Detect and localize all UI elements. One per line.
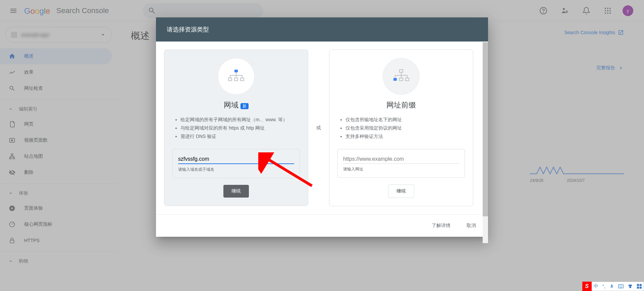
svg-rect-43: [619, 285, 620, 286]
url-prefix-card-title: 网址前缀: [337, 100, 465, 110]
modal-title: 请选择资源类型: [156, 17, 488, 42]
url-prefix-input-hint: 请输入网址: [343, 166, 459, 172]
new-badge: 新: [240, 103, 249, 109]
domain-card-title: 网域新: [172, 100, 300, 110]
ime-lang[interactable]: 中: [592, 283, 600, 289]
url-prefix-continue-button[interactable]: 继续: [388, 185, 414, 198]
svg-rect-49: [640, 284, 642, 286]
url-prefix-card[interactable]: 网址前缀 仅包含所输地址名下的网址 仅包含采用指定协议的网址 支持多种验证方法 …: [329, 50, 473, 206]
svg-rect-42: [619, 285, 624, 288]
property-type-modal: 请选择资源类型 网域新 给定网域的所有子网域的所有网址（m.、www. 等） 与…: [156, 17, 488, 237]
domain-features-list: 给定网域的所有子网域的所有网址（m.、www. 等） 与给定网域对应的所有 ht…: [172, 116, 300, 141]
svg-rect-48: [637, 284, 639, 286]
svg-rect-31: [399, 70, 403, 72]
domain-input[interactable]: [178, 155, 294, 164]
ime-keyboard-icon[interactable]: [616, 284, 626, 289]
svg-rect-51: [640, 287, 642, 289]
svg-rect-46: [622, 285, 622, 286]
modal-footer: 了解详情 取消: [156, 214, 488, 237]
domain-continue-button[interactable]: 继续: [223, 185, 249, 198]
or-divider: 或: [316, 125, 321, 131]
svg-rect-50: [637, 287, 639, 289]
svg-rect-39: [406, 78, 409, 81]
domain-card[interactable]: 网域新 给定网域的所有子网域的所有网址（m.、www. 等） 与给定网域对应的所…: [164, 50, 308, 206]
svg-rect-28: [228, 78, 232, 81]
svg-rect-22: [234, 70, 238, 72]
svg-rect-37: [393, 78, 397, 81]
domain-input-box: 请输入域名或子域名: [172, 149, 300, 178]
svg-rect-44: [620, 285, 620, 286]
ime-toolbox-icon[interactable]: [635, 284, 644, 289]
url-prefix-input[interactable]: [343, 155, 459, 164]
ime-mic-icon[interactable]: [607, 284, 616, 289]
ime-punct-icon[interactable]: °,: [600, 284, 608, 289]
svg-rect-45: [621, 285, 621, 286]
svg-rect-38: [399, 78, 403, 81]
url-prefix-input-box: 请输入网址: [337, 149, 465, 178]
modal-scrollbar[interactable]: [483, 42, 488, 243]
learn-more-button[interactable]: 了解详情: [428, 220, 454, 231]
ime-skin-icon[interactable]: [626, 284, 635, 289]
url-prefix-icon: [383, 58, 420, 95]
svg-rect-29: [234, 78, 238, 81]
domain-input-hint: 请输入域名或子域名: [178, 167, 294, 172]
domain-icon: [218, 58, 255, 95]
ime-toolbar[interactable]: S 中 °,: [582, 282, 644, 291]
cancel-button[interactable]: 取消: [463, 220, 480, 231]
svg-rect-30: [240, 78, 244, 81]
svg-rect-47: [620, 287, 622, 287]
url-prefix-features-list: 仅包含所输地址名下的网址 仅包含采用指定协议的网址 支持多种验证方法: [337, 116, 465, 141]
svg-rect-41: [611, 285, 612, 287]
sogou-logo-icon: S: [582, 282, 592, 291]
